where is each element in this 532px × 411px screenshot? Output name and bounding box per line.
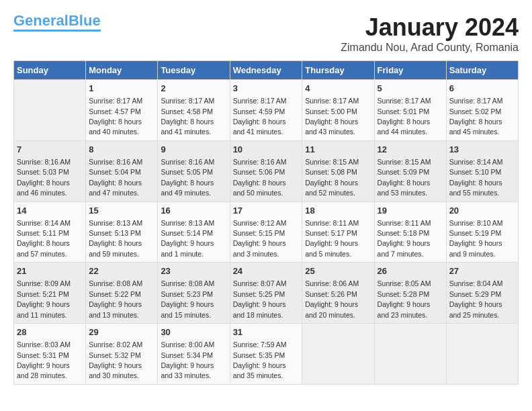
daylight-text: Daylight: 8 hours and 55 minutes. <box>449 179 502 197</box>
day-number: 18 <box>305 205 371 217</box>
day-number: 23 <box>161 265 226 277</box>
day-number: 31 <box>233 326 300 338</box>
table-row: 25 Sunrise: 8:06 AM Sunset: 5:26 PM Dayl… <box>302 263 374 324</box>
sunrise-text: Sunrise: 8:07 AM <box>233 279 287 287</box>
sunrise-text: Sunrise: 8:06 AM <box>305 279 359 287</box>
day-number: 20 <box>449 205 515 217</box>
sunrise-text: Sunrise: 8:05 AM <box>378 279 431 287</box>
daylight-text: Daylight: 9 hours and 20 minutes. <box>305 300 358 318</box>
day-number: 29 <box>89 326 154 338</box>
logo-text: GeneralBlue <box>13 13 101 28</box>
daylight-text: Daylight: 9 hours and 33 minutes. <box>161 361 214 379</box>
sunset-text: Sunset: 5:15 PM <box>233 229 285 237</box>
sunrise-text: Sunrise: 8:17 AM <box>161 97 214 105</box>
day-number: 8 <box>89 144 154 156</box>
header-wednesday: Wednesday <box>230 61 302 80</box>
day-number: 17 <box>233 205 300 217</box>
sunrise-text: Sunrise: 8:17 AM <box>89 97 142 105</box>
sunset-text: Sunset: 5:17 PM <box>305 229 357 237</box>
day-number: 30 <box>161 326 226 338</box>
calendar-week-row: 7 Sunrise: 8:16 AM Sunset: 5:03 PM Dayli… <box>14 140 519 201</box>
table-row: 4 Sunrise: 8:17 AM Sunset: 5:00 PM Dayli… <box>302 80 374 141</box>
sunset-text: Sunset: 5:03 PM <box>17 168 69 176</box>
table-row: 10 Sunrise: 8:16 AM Sunset: 5:06 PM Dayl… <box>230 140 302 201</box>
table-row: 30 Sunrise: 8:00 AM Sunset: 5:34 PM Dayl… <box>158 324 230 385</box>
sunset-text: Sunset: 5:28 PM <box>378 290 430 298</box>
daylight-text: Daylight: 9 hours and 25 minutes. <box>449 300 502 318</box>
sunrise-text: Sunrise: 8:16 AM <box>233 158 287 166</box>
daylight-text: Daylight: 8 hours and 43 minutes. <box>305 118 358 136</box>
page-header: GeneralBlue January 2024 Zimandu Nou, Ar… <box>13 13 519 54</box>
day-number: 22 <box>89 265 154 277</box>
table-row: 14 Sunrise: 8:14 AM Sunset: 5:11 PM Dayl… <box>14 201 86 263</box>
day-number: 12 <box>378 144 443 156</box>
table-row <box>374 324 446 385</box>
calendar-week-row: 28 Sunrise: 8:03 AM Sunset: 5:31 PM Dayl… <box>14 324 519 385</box>
sunrise-text: Sunrise: 8:17 AM <box>233 97 287 105</box>
day-number: 19 <box>378 205 443 217</box>
month-title: January 2024 <box>341 13 519 42</box>
daylight-text: Daylight: 9 hours and 30 minutes. <box>89 361 142 379</box>
day-number: 27 <box>449 265 515 277</box>
day-number: 4 <box>305 83 371 95</box>
sunset-text: Sunset: 5:14 PM <box>161 229 213 237</box>
table-row: 3 Sunrise: 8:17 AM Sunset: 4:59 PM Dayli… <box>230 80 302 141</box>
sunset-text: Sunset: 5:26 PM <box>305 290 357 298</box>
table-row: 11 Sunrise: 8:15 AM Sunset: 5:08 PM Dayl… <box>302 140 374 201</box>
daylight-text: Daylight: 9 hours and 11 minutes. <box>17 300 70 318</box>
table-row: 26 Sunrise: 8:05 AM Sunset: 5:28 PM Dayl… <box>374 263 446 324</box>
daylight-text: Daylight: 8 hours and 44 minutes. <box>378 118 431 136</box>
sunset-text: Sunset: 5:10 PM <box>449 168 502 176</box>
sunset-text: Sunset: 5:01 PM <box>378 107 430 116</box>
sunrise-text: Sunrise: 8:17 AM <box>305 97 359 105</box>
sunrise-text: Sunrise: 8:14 AM <box>17 219 71 227</box>
sunset-text: Sunset: 5:08 PM <box>305 168 357 176</box>
daylight-text: Daylight: 9 hours and 28 minutes. <box>17 361 70 379</box>
daylight-text: Daylight: 9 hours and 3 minutes. <box>233 239 286 257</box>
sunset-text: Sunset: 5:34 PM <box>161 351 213 359</box>
day-number: 15 <box>89 205 154 217</box>
daylight-text: Daylight: 8 hours and 59 minutes. <box>89 239 142 257</box>
sunrise-text: Sunrise: 8:08 AM <box>89 279 142 287</box>
sunset-text: Sunset: 5:25 PM <box>233 290 285 298</box>
calendar-week-row: 1 Sunrise: 8:17 AM Sunset: 4:57 PM Dayli… <box>14 80 519 141</box>
table-row: 18 Sunrise: 8:11 AM Sunset: 5:17 PM Dayl… <box>302 201 374 263</box>
daylight-text: Daylight: 9 hours and 7 minutes. <box>378 239 431 257</box>
sunset-text: Sunset: 5:00 PM <box>305 107 357 116</box>
sunset-text: Sunset: 5:02 PM <box>449 107 502 116</box>
table-row <box>446 324 518 385</box>
sunrise-text: Sunrise: 8:13 AM <box>89 219 142 227</box>
sunset-text: Sunset: 5:19 PM <box>449 229 502 237</box>
daylight-text: Daylight: 9 hours and 23 minutes. <box>378 300 431 318</box>
daylight-text: Daylight: 9 hours and 13 minutes. <box>89 300 142 318</box>
sunrise-text: Sunrise: 8:11 AM <box>378 219 431 227</box>
daylight-text: Daylight: 8 hours and 47 minutes. <box>89 179 142 197</box>
sunset-text: Sunset: 5:13 PM <box>89 229 141 237</box>
header-saturday: Saturday <box>446 61 518 80</box>
table-row: 12 Sunrise: 8:15 AM Sunset: 5:09 PM Dayl… <box>374 140 446 201</box>
table-row: 2 Sunrise: 8:17 AM Sunset: 4:58 PM Dayli… <box>158 80 230 141</box>
daylight-text: Daylight: 8 hours and 41 minutes. <box>161 118 214 136</box>
daylight-text: Daylight: 9 hours and 15 minutes. <box>161 300 214 318</box>
table-row <box>14 80 86 141</box>
logo-underline <box>13 30 101 32</box>
table-row: 8 Sunrise: 8:16 AM Sunset: 5:04 PM Dayli… <box>86 140 158 201</box>
sunrise-text: Sunrise: 8:17 AM <box>378 97 431 105</box>
sunrise-text: Sunrise: 8:16 AM <box>161 158 214 166</box>
sunrise-text: Sunrise: 8:16 AM <box>17 158 71 166</box>
day-number: 6 <box>449 83 515 95</box>
table-row: 19 Sunrise: 8:11 AM Sunset: 5:18 PM Dayl… <box>374 201 446 263</box>
daylight-text: Daylight: 8 hours and 49 minutes. <box>161 179 214 197</box>
sunset-text: Sunset: 5:31 PM <box>17 351 69 359</box>
sunset-text: Sunset: 5:23 PM <box>161 290 213 298</box>
sunrise-text: Sunrise: 8:09 AM <box>17 279 71 287</box>
daylight-text: Daylight: 8 hours and 41 minutes. <box>233 118 286 136</box>
sunrise-text: Sunrise: 8:15 AM <box>305 158 359 166</box>
daylight-text: Daylight: 9 hours and 1 minute. <box>161 239 214 257</box>
calendar-table: Sunday Monday Tuesday Wednesday Thursday… <box>13 60 519 385</box>
sunrise-text: Sunrise: 8:04 AM <box>449 279 503 287</box>
table-row: 21 Sunrise: 8:09 AM Sunset: 5:21 PM Dayl… <box>14 263 86 324</box>
calendar-week-row: 14 Sunrise: 8:14 AM Sunset: 5:11 PM Dayl… <box>14 201 519 263</box>
daylight-text: Daylight: 8 hours and 50 minutes. <box>233 179 286 197</box>
sunset-text: Sunset: 4:57 PM <box>89 107 141 116</box>
